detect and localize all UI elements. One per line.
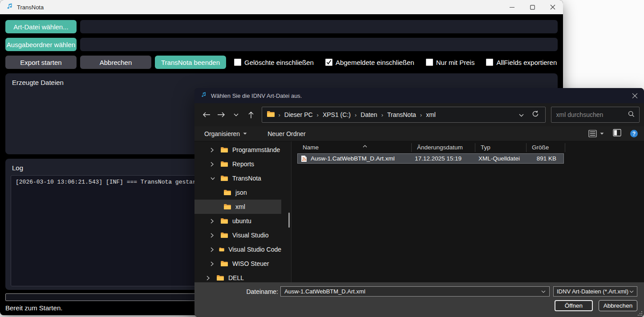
generated-files-title: Erzeugte Dateien [5,73,558,86]
folder-icon [219,246,224,253]
folder-icon [220,161,228,167]
chevron-right-icon[interactable] [211,219,215,224]
tree-item-programmstaende[interactable]: Programmstände [194,143,281,157]
list-view-icon [588,130,597,137]
checkbox-nur-mit-preis[interactable]: Nur mit Preis [426,59,475,66]
address-dropdown-chevron-icon[interactable] [519,111,524,119]
help-icon[interactable]: ? [630,130,638,137]
checkbox-label: Abgemeldete einschließen [336,59,414,66]
output-folder-input[interactable] [80,38,558,51]
breadcrumb-segment[interactable]: XPS1 (C:) [322,111,352,118]
checkbox-unchecked-icon[interactable] [426,59,433,66]
tree-item-visual-studio[interactable]: Visual Studio [194,228,281,242]
file-size: 891 KB [524,155,560,162]
checkbox-allfields[interactable]: AllFields exportieren [486,59,557,66]
chevron-down-icon [600,132,604,135]
chevron-right-icon[interactable] [211,148,215,152]
search-placeholder: xml durchsuchen [556,111,628,118]
checkbox-geloeschte[interactable]: Gelöschte einschließen [234,59,314,66]
tree-item-reports[interactable]: Reports [194,157,281,171]
minimize-icon[interactable] [502,0,522,14]
tree-item-label: DELL [228,274,244,281]
dialog-cancel-button[interactable]: Abbrechen [599,300,637,311]
search-icon[interactable] [628,111,635,119]
tree-item-ubuntu[interactable]: ubuntu [194,214,281,228]
breadcrumb-segment[interactable]: Dieser PC [284,111,314,118]
close-icon[interactable] [543,0,563,14]
checkbox-abgemeldete[interactable]: Abgemeldete einschließen [325,59,414,66]
recent-locations-chevron-icon[interactable] [229,107,243,122]
filename-input[interactable]: Ausw-1.CatWebBTM_D.Art.xml [280,286,550,297]
folder-icon [216,275,224,281]
dialog-close-icon[interactable] [632,93,638,99]
breadcrumb[interactable]: Dieser PC XPS1 (C:) Daten TransNota xml [262,107,546,123]
tree-item-label: xml [235,203,245,210]
folder-icon [223,189,231,196]
column-headers: Name Änderungsdatum Typ Größe [292,141,644,153]
maximize-icon[interactable] [522,0,543,14]
choose-output-folder-button[interactable]: Ausgabeordner wählen [5,38,77,51]
file-open-dialog: Wählen Sie die IDNV Art-Datei aus. [194,88,644,317]
folder-icon [220,232,228,238]
column-header-modified[interactable]: Änderungsdatum [412,143,475,152]
breadcrumb-segment[interactable]: TransNota [386,111,417,118]
search-input[interactable]: xml durchsuchen [551,107,640,123]
art-file-input[interactable] [80,20,558,33]
preview-pane-icon[interactable] [613,129,621,138]
chevron-down-icon [629,290,634,293]
chevron-down-icon[interactable] [211,177,215,180]
folder-icon [267,111,275,119]
dialog-titlebar[interactable]: Wählen Sie die IDNV Art-Datei aus. [194,88,644,103]
cancel-button[interactable]: Abbrechen [80,56,151,69]
column-header-name[interactable]: Name [297,143,412,152]
column-header-type[interactable]: Typ [475,143,527,152]
checkbox-unchecked-icon[interactable] [486,59,493,66]
refresh-icon[interactable] [532,110,539,119]
column-header-size[interactable]: Größe [527,143,565,152]
folder-tree: Programmstände Reports TransNota json [194,141,292,282]
tree-item-label: Programmstände [232,146,280,153]
file-row-selected[interactable]: Ausw-1.CatWebBTM_D.Art.xml 17.12.2025 15… [297,153,564,164]
sort-ascending-icon [363,141,367,149]
filename-label: Dateiname: [194,288,278,295]
titlebar[interactable]: TransNota [0,0,563,14]
resize-grip[interactable] [638,311,642,316]
dialog-footer: Dateiname: Ausw-1.CatWebBTM_D.Art.xml ID… [194,282,644,317]
tree-item-wiso-steuer[interactable]: WISO Steuer [194,257,281,271]
chevron-right-icon[interactable] [211,162,215,167]
xml-file-icon [301,155,307,162]
tree-item-label: TransNota [232,175,261,182]
checkbox-checked-icon[interactable] [325,59,332,66]
view-mode-button[interactable] [588,130,604,137]
choose-art-file-button[interactable]: Art-Datei wählen... [5,20,77,33]
breadcrumb-segment[interactable]: xml [425,111,437,118]
file-type-filter-select[interactable]: IDNV Art-Dateien (*.Art.xml) [553,286,637,297]
back-icon[interactable] [199,107,214,122]
chevron-right-icon[interactable] [211,247,214,252]
tree-item-label: json [235,189,247,196]
breadcrumb-separator-icon [417,112,425,118]
quit-button[interactable]: TransNota beenden [155,56,226,69]
up-icon[interactable] [243,107,258,122]
open-button[interactable]: Öffnen [555,300,593,311]
app-music-note-icon [201,92,207,100]
tree-item-label: Visual Studio [232,232,268,239]
checkbox-label: Gelöschte einschließen [244,59,314,66]
breadcrumb-separator-icon [314,112,322,118]
dialog-toolbar: Organisieren Neuer Ordner ? [194,126,644,141]
tree-item-xml-selected[interactable]: xml [194,200,281,214]
tree-item-json[interactable]: json [194,185,281,200]
chevron-right-icon[interactable] [211,233,215,238]
checkbox-unchecked-icon[interactable] [234,59,241,66]
chevron-right-icon[interactable] [207,276,211,281]
chevron-right-icon[interactable] [211,261,215,266]
new-folder-button[interactable]: Neuer Ordner [267,130,306,137]
tree-item-transnota[interactable]: TransNota [194,171,281,185]
tree-item-visual-studio-code[interactable]: Visual Studio Code [194,242,281,257]
tree-scrollbar[interactable] [288,213,290,228]
breadcrumb-segment[interactable]: Daten [360,111,378,118]
organize-menu[interactable]: Organisieren [204,130,247,137]
chevron-down-icon [243,132,247,135]
start-export-button[interactable]: Export starten [5,56,77,69]
forward-icon[interactable] [214,107,228,122]
